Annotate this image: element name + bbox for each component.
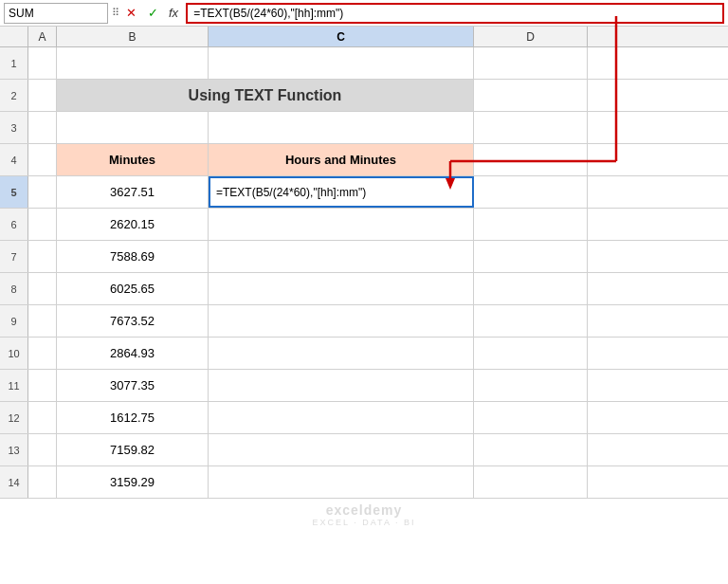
cancel-icon[interactable]: ✕ — [123, 4, 139, 22]
cell-b11[interactable]: 3077.35 — [57, 370, 209, 401]
formula-icons: ✕ ✓ — [123, 4, 161, 22]
cell-d12[interactable] — [474, 402, 588, 433]
cell-a11[interactable] — [28, 370, 57, 401]
hours-minutes-header: Hours and Minutes — [209, 144, 474, 175]
cell-a2[interactable] — [28, 80, 57, 111]
row-num-7: 7 — [0, 241, 28, 272]
formula-bar: SUM ⠿ ✕ ✓ fx — [0, 0, 728, 27]
title-text: Using TEXT Function — [189, 87, 342, 104]
row-num-11: 11 — [0, 370, 28, 401]
cell-d14[interactable] — [474, 466, 588, 498]
cell-a7[interactable] — [28, 241, 57, 272]
row-num-12: 12 — [0, 402, 28, 433]
row-num-4: 4 — [0, 144, 28, 175]
cell-d11[interactable] — [474, 370, 588, 401]
title-cell: Using TEXT Function — [57, 80, 474, 111]
cell-d9[interactable] — [474, 305, 588, 337]
cell-b6[interactable]: 2620.15 — [57, 209, 209, 240]
cell-c3[interactable] — [209, 112, 474, 143]
row-num-14: 14 — [0, 466, 28, 498]
row-num-9: 9 — [0, 305, 28, 337]
cell-a1[interactable] — [28, 47, 57, 79]
rows-area: 1 2 Using TEXT Function 3 — [0, 47, 728, 584]
cell-c14[interactable] — [209, 466, 474, 498]
table-row: 14 3159.29 — [0, 466, 728, 499]
cell-d7[interactable] — [474, 241, 588, 272]
column-headers: A B C D — [0, 27, 728, 47]
cell-d2[interactable] — [474, 80, 588, 111]
minutes-header: Minutes — [57, 144, 209, 175]
hours-minutes-header-text: Hours and Minutes — [285, 153, 396, 167]
cell-d8[interactable] — [474, 273, 588, 304]
row-num-8: 8 — [0, 273, 28, 304]
table-row: 3 — [0, 112, 728, 144]
spreadsheet: A B C D 1 2 — [0, 27, 728, 584]
col-header-c[interactable]: C — [209, 27, 474, 46]
row-num-2: 2 — [0, 80, 28, 111]
cell-d1[interactable] — [474, 47, 588, 79]
cell-c11[interactable] — [209, 370, 474, 401]
cell-c7[interactable] — [209, 241, 474, 272]
row-num-10: 10 — [0, 338, 28, 369]
cell-a14[interactable] — [28, 466, 57, 498]
cell-c1[interactable] — [209, 47, 474, 79]
confirm-icon[interactable]: ✓ — [145, 4, 161, 22]
formula-input[interactable] — [186, 3, 724, 24]
cell-d6[interactable] — [474, 209, 588, 240]
cell-d4[interactable] — [474, 144, 588, 175]
row-num-1: 1 — [0, 47, 28, 79]
row-num-13: 13 — [0, 434, 28, 465]
cell-a4[interactable] — [28, 144, 57, 175]
cell-b7[interactable]: 7588.69 — [57, 241, 209, 272]
cell-a10[interactable] — [28, 338, 57, 369]
name-box-value: SUM — [9, 7, 34, 20]
col-header-d[interactable]: D — [474, 27, 588, 46]
cell-d13[interactable] — [474, 434, 588, 465]
cell-c9[interactable] — [209, 305, 474, 337]
cell-b5[interactable]: 3627.51 — [57, 176, 209, 208]
cell-d3[interactable] — [474, 112, 588, 143]
col-header-b[interactable]: B — [57, 27, 209, 46]
cell-d10[interactable] — [474, 338, 588, 369]
formula-bar-divider: ⠿ — [112, 7, 119, 19]
cell-c5-active[interactable]: =TEXT(B5/(24*60),"[hh]:mm") — [209, 176, 474, 208]
cell-a6[interactable] — [28, 209, 57, 240]
table-row: 13 7159.82 — [0, 434, 728, 466]
table-row: 11 3077.35 — [0, 370, 728, 402]
cell-a3[interactable] — [28, 112, 57, 143]
row-num-6: 6 — [0, 209, 28, 240]
name-box[interactable]: SUM — [4, 3, 108, 24]
cell-d5[interactable] — [474, 176, 588, 208]
table-row: 4 Minutes Hours and Minutes — [0, 144, 728, 176]
table-row: 7 7588.69 — [0, 241, 728, 273]
cell-b3[interactable] — [57, 112, 209, 143]
col-header-a[interactable]: A — [28, 27, 57, 46]
table-row: 5 3627.51 =TEXT(B5/(24*60),"[hh]:mm") — [0, 176, 728, 209]
cell-a8[interactable] — [28, 273, 57, 304]
cell-b12[interactable]: 1612.75 — [57, 402, 209, 433]
table-row: 6 2620.15 — [0, 209, 728, 241]
cell-c10[interactable] — [209, 338, 474, 369]
cell-b13[interactable]: 7159.82 — [57, 434, 209, 465]
row-num-3: 3 — [0, 112, 28, 143]
table-row: 8 6025.65 — [0, 273, 728, 305]
table-row: 2 Using TEXT Function — [0, 80, 728, 112]
row-num-header — [0, 27, 28, 46]
cell-b8[interactable]: 6025.65 — [57, 273, 209, 304]
cell-b9[interactable]: 7673.52 — [57, 305, 209, 337]
cell-a9[interactable] — [28, 305, 57, 337]
cell-a13[interactable] — [28, 434, 57, 465]
cell-b1[interactable] — [57, 47, 209, 79]
cell-b14[interactable]: 3159.29 — [57, 466, 209, 498]
table-row: 10 2864.93 — [0, 338, 728, 370]
table-row: 1 — [0, 47, 728, 80]
cell-c8[interactable] — [209, 273, 474, 304]
cell-b10[interactable]: 2864.93 — [57, 338, 209, 369]
cell-c6[interactable] — [209, 209, 474, 240]
cell-c13[interactable] — [209, 434, 474, 465]
table-row: 12 1612.75 — [0, 402, 728, 434]
cell-a5[interactable] — [28, 176, 57, 208]
table-row: 9 7673.52 — [0, 305, 728, 338]
cell-a12[interactable] — [28, 402, 57, 433]
cell-c12[interactable] — [209, 402, 474, 433]
